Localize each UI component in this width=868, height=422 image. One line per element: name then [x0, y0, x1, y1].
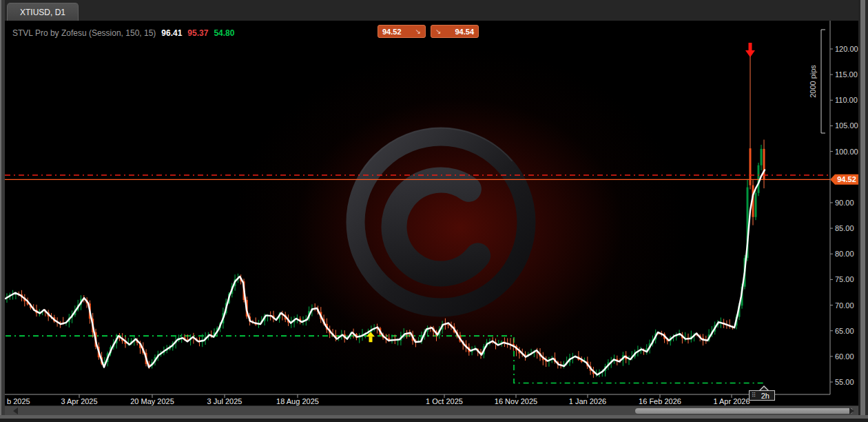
bar-close-timer[interactable]: ⠿ 2h: [749, 390, 775, 401]
svg-text:75.00: 75.00: [835, 275, 854, 283]
window-frame-right: [858, 0, 868, 422]
stvl-ma-line: [6, 170, 765, 374]
svg-text:16 Feb 2026: 16 Feb 2026: [639, 397, 681, 405]
axes: 120.00115.00110.00105.00100.0090.0085.00…: [5, 21, 858, 405]
svg-text:2000 pips: 2000 pips: [809, 65, 817, 98]
svg-text:55.00: 55.00: [835, 378, 854, 386]
svg-text:20 May 2025: 20 May 2025: [130, 397, 174, 405]
pips-bracket: 2000 pips: [809, 30, 825, 133]
svg-text:70.00: 70.00: [835, 301, 854, 310]
window-frame-bottom: [0, 415, 868, 422]
svg-text:1 Jan 2026: 1 Jan 2026: [569, 397, 606, 405]
price-chart[interactable]: 120.00115.00110.00105.00100.0090.0085.00…: [5, 21, 858, 405]
svg-text:65.00: 65.00: [835, 327, 854, 335]
sell-button[interactable]: 94.52 ↘: [378, 25, 426, 38]
scrollbar-thumb[interactable]: [635, 408, 853, 414]
bar-close-time: 2h: [758, 392, 772, 400]
buy-arrow-icon: ↘: [435, 28, 441, 35]
svg-text:18 Aug 2025: 18 Aug 2025: [276, 397, 319, 405]
svg-text:b 2025: b 2025: [7, 397, 30, 405]
svg-text:110.00: 110.00: [835, 96, 858, 104]
buy-button[interactable]: ↘ 94.54: [431, 25, 479, 38]
tab-xtiusd-d1[interactable]: XTIUSD, D1: [7, 3, 79, 21]
scroll-right-arrow-icon[interactable]: [849, 408, 854, 414]
indicator-value-main: 96.41: [161, 28, 182, 38]
svg-text:3 Jul 2025: 3 Jul 2025: [207, 397, 242, 405]
chart-window: XTIUSD, D1 120.00115.00110.00105.00100.0…: [0, 0, 868, 422]
svg-text:3 Apr 2025: 3 Apr 2025: [61, 397, 97, 405]
tab-label: XTIUSD, D1: [20, 8, 65, 17]
drag-grip-icon: ⠿: [752, 392, 756, 399]
svg-text:16 Nov 2025: 16 Nov 2025: [495, 397, 537, 405]
svg-text:80.00: 80.00: [835, 250, 854, 258]
price-lines: [5, 175, 830, 179]
svg-text:105.00: 105.00: [835, 121, 858, 130]
quick-trade-panel: 94.52 ↘ ↘ 94.54: [378, 25, 479, 38]
svg-text:1 Apr 2026: 1 Apr 2026: [713, 397, 750, 405]
svg-text:100.00: 100.00: [835, 148, 858, 156]
buy-price: 94.54: [455, 28, 474, 36]
sell-arrow-icon: ↘: [415, 28, 421, 35]
svg-text:1 Oct 2025: 1 Oct 2025: [426, 397, 463, 405]
signal-markers: [366, 43, 755, 342]
svg-text:115.00: 115.00: [835, 70, 858, 79]
chart-tab-bar: XTIUSD, D1: [0, 0, 868, 21]
horizontal-scrollbar[interactable]: [5, 405, 858, 415]
svg-text:90.00: 90.00: [835, 199, 854, 207]
chart-canvas[interactable]: 120.00115.00110.00105.00100.0090.0085.00…: [5, 21, 858, 405]
svg-text:60.00: 60.00: [835, 352, 854, 361]
current-price-tag: 94.52: [830, 174, 858, 185]
indicator-value-upper: 95.37: [187, 28, 208, 38]
scroll-left-arrow-icon[interactable]: [13, 408, 18, 414]
svg-text:85.00: 85.00: [835, 224, 854, 232]
svg-text:94.52: 94.52: [837, 175, 856, 183]
svg-text:120.00: 120.00: [835, 45, 858, 53]
window-frame-left: [0, 0, 5, 422]
indicator-name: STVL Pro by Zofesu (Session, 150, 15): [12, 28, 156, 38]
indicator-value-lower: 54.80: [214, 28, 234, 38]
sell-price: 94.52: [382, 28, 402, 36]
indicator-header: STVL Pro by Zofesu (Session, 150, 15) 96…: [12, 28, 234, 38]
candles-layer: [6, 53, 765, 378]
